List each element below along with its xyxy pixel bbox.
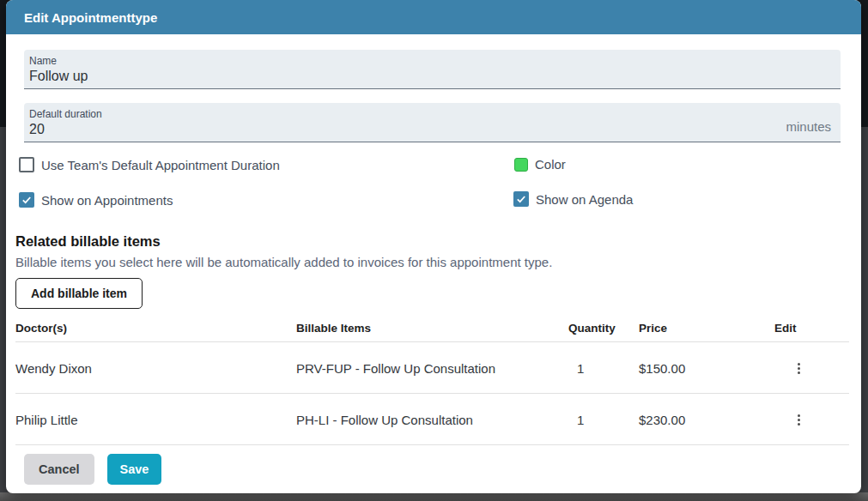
column-header-price: Price <box>639 322 774 335</box>
show-on-appointments-row: Show on Appointments <box>15 192 510 208</box>
row-menu-kebab-icon[interactable] <box>792 412 805 427</box>
color-swatch[interactable] <box>514 158 528 172</box>
column-header-edit: Edit <box>774 322 849 335</box>
price-cell: $230.00 <box>639 413 774 427</box>
row-menu-kebab-icon[interactable] <box>792 360 805 376</box>
show-on-agenda-checkbox[interactable] <box>513 191 529 207</box>
name-field[interactable]: Name Follow up <box>24 50 841 89</box>
billable-item-cell: PH-LI - Follow Up Consultation <box>296 413 568 427</box>
dialog-header: Edit Appointmenttype <box>6 0 861 34</box>
use-team-default-label: Use Team's Default Appointment Duration <box>41 158 280 172</box>
table-header-row: Doctor(s) Billable Items Quantity Price … <box>15 309 849 342</box>
color-label: Color <box>535 157 566 172</box>
duration-field[interactable]: Default duration 20 minutes <box>24 103 841 142</box>
edit-appointmenttype-dialog: Edit Appointmenttype Name Follow up Defa… <box>6 0 861 493</box>
column-header-quantity: Quantity <box>568 322 639 335</box>
dialog-footer: Cancel Save <box>15 454 849 485</box>
quantity-cell: 1 <box>568 361 639 376</box>
table-row: Philip Little PH-LI - Follow Up Consulta… <box>15 394 849 445</box>
use-team-default-checkbox[interactable] <box>19 157 34 172</box>
column-header-billable-items: Billable Items <box>296 322 568 335</box>
show-on-agenda-label: Show on Agenda <box>536 192 633 207</box>
check-icon <box>515 193 527 205</box>
price-cell: $150.00 <box>639 361 774 376</box>
check-icon <box>21 194 33 206</box>
table-row: Wendy Dixon PRV-FUP - Follow Up Consulta… <box>15 342 849 394</box>
billable-items-table: Doctor(s) Billable Items Quantity Price … <box>15 309 849 445</box>
quantity-cell: 1 <box>568 413 639 427</box>
duration-field-value[interactable]: 20 <box>29 122 832 137</box>
show-on-appointments-label: Show on Appointments <box>41 193 173 208</box>
duration-field-label: Default duration <box>29 108 832 120</box>
show-on-appointments-checkbox[interactable] <box>19 192 34 208</box>
color-row: Color <box>510 157 849 172</box>
name-field-label: Name <box>29 55 832 67</box>
doctor-cell: Philip Little <box>15 413 296 427</box>
name-field-value[interactable]: Follow up <box>29 69 832 84</box>
billable-item-cell: PRV-FUP - Follow Up Consultation <box>296 361 568 376</box>
related-billable-items-description: Billable items you select here will be a… <box>15 255 849 269</box>
save-button[interactable]: Save <box>107 454 162 485</box>
dialog-title: Edit Appointmenttype <box>24 10 157 25</box>
duration-unit-label: minutes <box>786 119 831 134</box>
page-backdrop-bottom <box>0 492 868 501</box>
cancel-button[interactable]: Cancel <box>24 454 94 485</box>
doctor-cell: Wendy Dixon <box>15 361 296 376</box>
use-team-default-row: Use Team's Default Appointment Duration <box>15 157 510 172</box>
related-billable-items-heading: Related billable items <box>15 233 849 250</box>
show-on-agenda-row: Show on Agenda <box>510 191 849 207</box>
add-billable-item-button[interactable]: Add billable item <box>15 278 143 309</box>
column-header-doctors: Doctor(s) <box>15 322 296 335</box>
